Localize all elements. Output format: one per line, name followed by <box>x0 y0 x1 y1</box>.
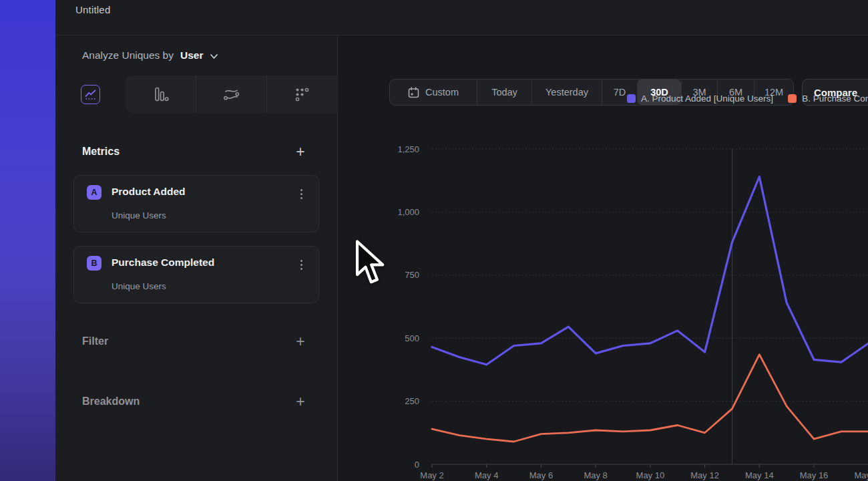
svg-text:May 2: May 2 <box>420 470 443 480</box>
tab-flow[interactable] <box>196 75 266 113</box>
desktop-gradient-background <box>0 0 55 481</box>
metric-card-a[interactable]: A Product Added Unique Users <box>73 175 319 232</box>
svg-text:May 8: May 8 <box>584 470 607 480</box>
svg-text:May 16: May 16 <box>800 470 829 480</box>
scatter-grid-icon <box>294 87 310 102</box>
svg-text:May 6: May 6 <box>529 470 553 480</box>
svg-text:0: 0 <box>415 460 419 470</box>
svg-text:May 12: May 12 <box>690 470 719 480</box>
app-window: Untitled Analyze Uniques by User <box>0 0 868 481</box>
filter-section-title: Filter <box>82 335 108 347</box>
bar-chart-icon <box>152 86 170 103</box>
tab-line-chart[interactable] <box>81 85 100 104</box>
metric-badge-a: A <box>87 185 101 200</box>
analyze-entity-dropdown[interactable]: User <box>180 49 203 61</box>
svg-text:250: 250 <box>405 396 419 406</box>
svg-text:1,000: 1,000 <box>397 207 419 217</box>
kebab-menu-icon[interactable] <box>294 257 308 272</box>
kebab-menu-icon[interactable] <box>294 186 308 201</box>
analyze-label: Analyze Uniques by <box>82 49 174 61</box>
svg-text:750: 750 <box>405 270 419 280</box>
report-title[interactable]: Untitled <box>75 4 110 15</box>
svg-text:1,250: 1,250 <box>397 144 419 154</box>
flow-icon <box>222 86 240 104</box>
svg-text:May 4: May 4 <box>475 470 498 480</box>
mouse-cursor-icon <box>355 239 386 287</box>
line-chart[interactable]: 02505007501,0001,250May 2May 4May 6May 8… <box>337 35 868 481</box>
tab-bar-chart[interactable] <box>126 75 196 113</box>
breakdown-section-title: Breakdown <box>82 395 140 408</box>
chevron-down-icon[interactable] <box>210 53 218 59</box>
analyze-row: Analyze Uniques by User <box>82 49 218 61</box>
tab-scatter-grid[interactable] <box>266 75 337 113</box>
add-metric-button[interactable]: + <box>290 142 310 162</box>
add-filter-button[interactable]: + <box>290 331 310 351</box>
svg-text:May 10: May 10 <box>636 470 665 480</box>
metrics-section-title: Metrics <box>82 146 120 158</box>
metric-measure[interactable]: Unique Users <box>112 210 166 220</box>
svg-text:May 18: May 18 <box>854 470 868 480</box>
add-breakdown-button[interactable]: + <box>290 391 310 412</box>
metric-badge-b: B <box>87 256 101 271</box>
metric-card-b[interactable]: B Purchase Completed Unique Users <box>73 246 319 303</box>
svg-text:500: 500 <box>405 333 419 343</box>
metric-measure[interactable]: Unique Users <box>112 281 166 291</box>
metric-name[interactable]: Product Added <box>112 186 186 198</box>
svg-text:May 14: May 14 <box>745 470 774 480</box>
line-chart-icon <box>83 88 97 102</box>
metric-name[interactable]: Purchase Completed <box>112 257 214 269</box>
chart-type-tab-group <box>126 75 337 113</box>
